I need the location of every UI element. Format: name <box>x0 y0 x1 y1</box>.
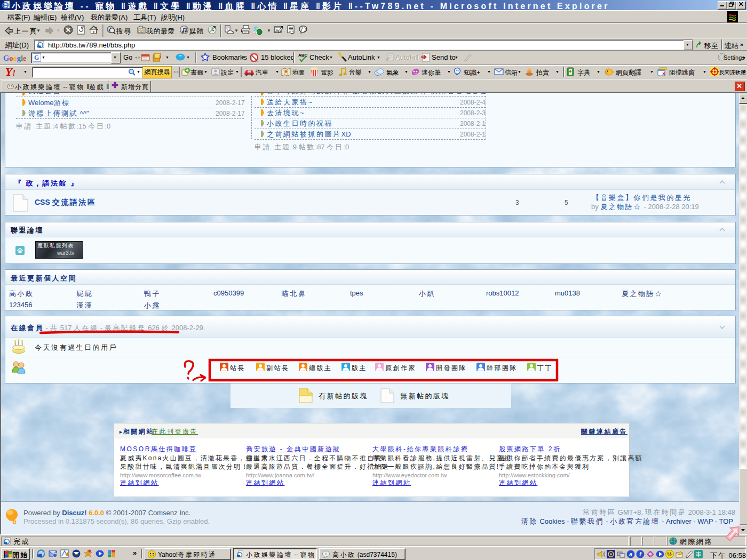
svg-text:13: 13 <box>253 31 256 34</box>
svg-text:ABC: ABC <box>298 53 308 58</box>
svg-text:”: ” <box>179 54 182 60</box>
svg-text:a: a <box>629 551 632 557</box>
